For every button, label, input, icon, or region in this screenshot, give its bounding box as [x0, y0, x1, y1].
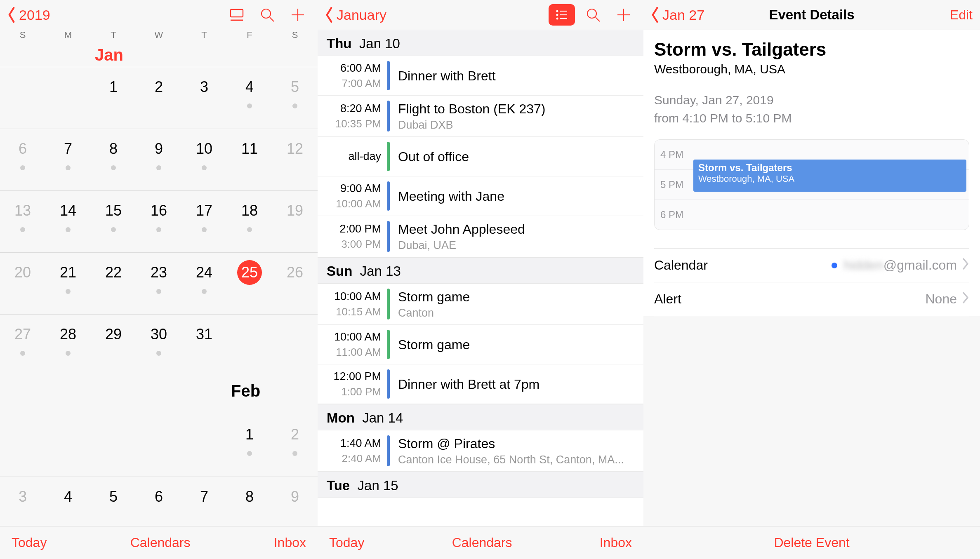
day-cell[interactable]: 10 [181, 129, 227, 190]
day-cell[interactable]: 18 [227, 191, 272, 252]
event-row[interactable]: 8:20 AM10:35 PMFlight to Boston (EK 237)… [318, 96, 643, 137]
list-view-pane: January Thu Jan 106:00 AM7:00 AMDinner w… [318, 0, 643, 559]
event-color-bar [387, 221, 390, 252]
calendar-week: 6789101112 [0, 129, 318, 190]
day-cell[interactable]: 7 [45, 129, 91, 190]
edit-button[interactable]: Edit [950, 7, 973, 23]
day-cell[interactable]: 14 [45, 191, 91, 252]
day-cell[interactable]: 30 [136, 315, 181, 376]
chevron-right-icon [962, 291, 969, 307]
event-time: 2:00 PM3:00 PM [318, 221, 387, 252]
event-list[interactable]: Thu Jan 106:00 AM7:00 AMDinner with Bret… [318, 30, 643, 559]
day-number: 27 [10, 322, 35, 347]
day-cell-empty [272, 315, 318, 376]
day-cell[interactable]: 3 [181, 67, 227, 129]
inbox-button[interactable]: Inbox [274, 535, 306, 550]
day-cell[interactable]: 1 [91, 67, 136, 129]
alert-value: None [926, 291, 957, 307]
list-toggle-button[interactable] [549, 4, 575, 26]
day-cell[interactable]: 29 [91, 315, 136, 376]
event-time-start: 12:00 PM [333, 370, 381, 383]
calendar-account-hidden: hidden [844, 258, 883, 273]
chevron-left-icon [7, 7, 16, 23]
day-cell[interactable]: 1 [227, 406, 272, 477]
day-cell[interactable]: 28 [45, 315, 91, 376]
day-number: 7 [56, 136, 80, 161]
day-number: 5 [101, 484, 126, 509]
search-icon [584, 6, 602, 23]
day-cell[interactable]: 20 [0, 253, 45, 314]
timeline-event-block[interactable]: Storm vs. Tailgaters Westborough, MA, US… [693, 160, 966, 192]
alert-row[interactable]: Alert None [654, 282, 969, 316]
event-row[interactable]: 9:00 AM10:00 AMMeeting with Jane [318, 176, 643, 216]
event-dot-icon [111, 165, 116, 170]
event-dot-icon [111, 227, 116, 232]
search-button[interactable] [581, 2, 605, 27]
event-row[interactable]: 1:40 AM2:40 AMStorm @ PiratesCanton Ice … [318, 430, 643, 472]
list-topbar: January [318, 0, 643, 30]
event-location: Dubai, UAE [398, 239, 629, 252]
day-number: 13 [10, 198, 35, 223]
event-body: Storm gameCanton [398, 289, 643, 319]
day-cell[interactable]: 2 [272, 406, 318, 477]
day-cell[interactable]: 23 [136, 253, 181, 314]
month-topbar: 2019 [0, 0, 318, 30]
calendars-button[interactable]: Calendars [130, 535, 191, 550]
calendar-row[interactable]: Calendar hidden @gmail.com [654, 248, 969, 282]
day-cell[interactable]: 5 [272, 67, 318, 129]
weekday-header: SMTWTFS [0, 30, 318, 43]
day-cell[interactable]: 21 [45, 253, 91, 314]
day-cell[interactable]: 25 [227, 253, 272, 314]
day-cell[interactable]: 11 [227, 129, 272, 190]
event-row[interactable]: 12:00 PM1:00 PMDinner with Brett at 7pm [318, 364, 643, 404]
event-row[interactable]: 6:00 AM7:00 AMDinner with Brett [318, 56, 643, 96]
day-cell[interactable]: 9 [136, 129, 181, 190]
back-to-year-button[interactable]: 2019 [7, 7, 50, 23]
day-cell[interactable]: 26 [272, 253, 318, 314]
delete-event-button[interactable]: Delete Event [774, 535, 849, 550]
day-cell-empty [45, 67, 91, 129]
timeline-label: 5 PM [655, 179, 688, 190]
event-row[interactable]: 2:00 PM3:00 PMMeet John AppleseedDubai, … [318, 216, 643, 257]
day-cell[interactable]: 6 [0, 129, 45, 190]
day-cell[interactable]: 15 [91, 191, 136, 252]
event-timeline[interactable]: 4 PM 5 PM 6 PM Storm vs. Tailgaters West… [654, 139, 969, 230]
back-to-day-button[interactable]: Jan 27 [651, 7, 704, 23]
day-cell[interactable]: 19 [272, 191, 318, 252]
event-body: Dinner with Brett at 7pm [398, 369, 643, 399]
day-cell[interactable]: 17 [181, 191, 227, 252]
calendars-button[interactable]: Calendars [452, 535, 512, 550]
inbox-button[interactable]: Inbox [600, 535, 632, 550]
today-button[interactable]: Today [329, 535, 364, 550]
event-dot-icon [247, 227, 252, 232]
svg-point-6 [556, 10, 558, 12]
chevron-left-icon [651, 7, 660, 23]
search-button[interactable] [255, 2, 280, 27]
today-button[interactable]: Today [12, 535, 47, 550]
event-color-bar [387, 142, 390, 171]
day-number: 5 [283, 75, 307, 99]
list-toggle-button[interactable] [224, 2, 249, 27]
add-event-button[interactable] [285, 2, 310, 27]
day-cell[interactable]: 31 [181, 315, 227, 376]
day-cell[interactable]: 13 [0, 191, 45, 252]
day-cell[interactable]: 22 [91, 253, 136, 314]
day-cell[interactable]: 12 [272, 129, 318, 190]
event-body: Flight to Boston (EK 237)Dubai DXB [398, 101, 643, 132]
calendar-account-suffix: @gmail.com [883, 258, 957, 273]
back-to-month-button[interactable]: January [325, 7, 386, 23]
calendar-week: 2728293031 [0, 314, 318, 376]
day-cell[interactable]: 27 [0, 315, 45, 376]
day-cell[interactable]: 24 [181, 253, 227, 314]
add-event-button[interactable] [611, 2, 636, 27]
day-cell[interactable]: 4 [227, 67, 272, 129]
event-row[interactable]: 10:00 AM10:15 AMStorm gameCanton [318, 284, 643, 325]
day-cell[interactable]: 16 [136, 191, 181, 252]
event-dot-icon [20, 227, 25, 232]
day-cell[interactable]: 2 [136, 67, 181, 129]
event-row[interactable]: all-dayOut of office [318, 137, 643, 176]
alert-label: Alert [654, 291, 681, 307]
day-cell[interactable]: 8 [91, 129, 136, 190]
event-dot-icon [66, 351, 71, 356]
event-row[interactable]: 10:00 AM11:00 AMStorm game [318, 325, 643, 364]
